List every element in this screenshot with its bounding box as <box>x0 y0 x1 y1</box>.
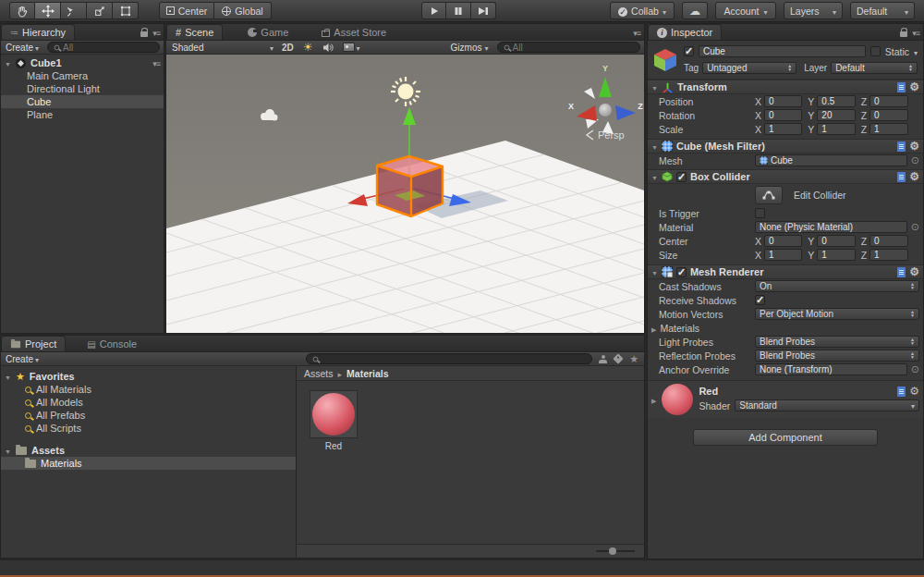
position-y-field[interactable]: 0.5 <box>817 95 855 107</box>
step-button[interactable] <box>471 2 496 19</box>
gear-icon[interactable] <box>909 265 919 278</box>
search-by-label-icon[interactable] <box>613 353 623 363</box>
foldout-icon[interactable] <box>5 57 11 68</box>
tab-asset-store[interactable]: Asset Store <box>313 24 395 40</box>
scene-search-input[interactable]: All <box>497 42 641 53</box>
object-picker-icon[interactable] <box>911 221 919 233</box>
scene-audio-button[interactable] <box>318 41 338 54</box>
size-y-field[interactable]: 1 <box>817 249 855 261</box>
hierarchy-scene-row[interactable]: Cube1 <box>1 56 164 69</box>
scene-effects-button[interactable] <box>338 41 365 54</box>
tab-inspector[interactable]: Inspector <box>648 24 722 40</box>
hierarchy-search-input[interactable]: All <box>47 42 160 53</box>
foldout-icon[interactable] <box>651 171 658 182</box>
scale-y-field[interactable]: 1 <box>817 123 855 135</box>
hierarchy-item-cube[interactable]: Cube <box>1 95 164 108</box>
zoom-slider-handle[interactable] <box>609 547 616 555</box>
motion-vectors-dropdown[interactable]: Per Object Motion <box>755 308 919 320</box>
box-collider-enabled-checkbox[interactable] <box>676 172 687 182</box>
favorite-all-prefabs[interactable]: All Prefabs <box>1 409 296 422</box>
gameobject-name-field[interactable]: Cube <box>699 45 866 57</box>
physic-material-field[interactable]: None (Physic Material) <box>755 221 907 233</box>
light-probes-dropdown[interactable]: Blend Probes <box>755 336 919 348</box>
anchor-override-field[interactable]: None (Transform) <box>755 363 907 375</box>
help-doc-icon[interactable] <box>897 141 906 152</box>
scene-lighting-button[interactable] <box>298 41 318 54</box>
rotation-z-field[interactable]: 0 <box>869 109 908 121</box>
lock-icon[interactable] <box>900 31 907 37</box>
rotate-tool-button[interactable] <box>61 2 87 19</box>
box-collider-header[interactable]: Box Collider <box>648 169 923 184</box>
favorite-all-materials[interactable]: All Materials <box>1 383 296 396</box>
help-doc-icon[interactable] <box>897 82 906 92</box>
toggle-2d-button[interactable]: 2D <box>277 41 298 54</box>
tab-game[interactable]: Game <box>239 24 297 40</box>
help-doc-icon[interactable] <box>897 267 906 277</box>
rotation-y-field[interactable]: 20 <box>817 109 855 121</box>
hierarchy-item-directional-light[interactable]: Directional Light <box>1 82 164 95</box>
foldout-icon[interactable] <box>5 371 11 382</box>
space-toggle-button[interactable]: Global <box>214 2 272 19</box>
asset-item-red[interactable]: Red <box>310 390 358 451</box>
object-picker-icon[interactable] <box>911 363 919 375</box>
layers-dropdown[interactable]: Layers <box>784 2 843 19</box>
hierarchy-item-plane[interactable]: Plane <box>1 108 164 121</box>
active-checkbox[interactable] <box>684 46 694 56</box>
layer-dropdown[interactable]: Default <box>831 62 918 74</box>
foldout-icon[interactable] <box>5 445 11 456</box>
panel-menu-icon[interactable] <box>912 27 919 38</box>
tab-project[interactable]: Project <box>1 336 66 351</box>
add-component-button[interactable]: Add Component <box>693 429 878 446</box>
chevron-down-icon[interactable] <box>914 46 918 57</box>
mesh-object-field[interactable]: Cube <box>755 154 907 166</box>
breadcrumb-root[interactable]: Assets <box>304 368 334 379</box>
project-search-input[interactable] <box>306 353 592 364</box>
position-z-field[interactable]: 0 <box>869 95 908 107</box>
center-z-field[interactable]: 0 <box>869 235 908 247</box>
move-tool-button[interactable] <box>35 2 61 19</box>
size-x-field[interactable]: 1 <box>764 249 802 261</box>
favorite-all-scripts[interactable]: All Scripts <box>1 422 296 435</box>
gizmos-dropdown[interactable]: Gizmos <box>446 41 493 54</box>
pivot-toggle-button[interactable]: Center <box>159 2 214 19</box>
panel-menu-icon[interactable] <box>152 27 160 38</box>
gear-icon[interactable] <box>909 385 919 398</box>
scale-tool-button[interactable] <box>87 2 113 19</box>
rotation-x-field[interactable]: 0 <box>764 109 802 121</box>
foldout-icon[interactable] <box>651 323 656 334</box>
save-search-icon[interactable] <box>629 353 638 365</box>
assets-root-folder[interactable]: Assets <box>1 444 296 457</box>
rect-tool-button[interactable] <box>113 2 139 19</box>
cast-shadows-dropdown[interactable]: On <box>755 280 919 292</box>
reflection-probes-dropdown[interactable]: Blend Probes <box>755 350 919 362</box>
shader-dropdown[interactable]: Standard <box>735 399 919 411</box>
gear-icon[interactable] <box>909 80 919 93</box>
pause-button[interactable] <box>446 2 471 19</box>
panel-menu-icon[interactable] <box>633 27 640 38</box>
collab-button[interactable]: Collab <box>610 2 675 19</box>
scene-viewport[interactable]: Y X Z Persp <box>166 55 644 333</box>
scale-x-field[interactable]: 1 <box>764 123 802 135</box>
play-button[interactable] <box>421 2 446 19</box>
static-checkbox[interactable] <box>870 46 881 56</box>
breadcrumb-current[interactable]: Materials <box>346 368 389 379</box>
center-x-field[interactable]: 0 <box>764 235 802 247</box>
tag-dropdown[interactable]: Untagged <box>702 62 796 74</box>
mesh-renderer-header[interactable]: Mesh Renderer <box>648 264 923 279</box>
hierarchy-create-button[interactable]: Create <box>1 41 43 54</box>
mesh-filter-header[interactable]: Cube (Mesh Filter) <box>648 139 923 153</box>
size-z-field[interactable]: 1 <box>869 249 908 261</box>
account-dropdown[interactable]: Account <box>715 2 776 19</box>
tab-scene[interactable]: Scene <box>166 24 223 40</box>
foldout-icon[interactable] <box>651 141 658 152</box>
scale-z-field[interactable]: 1 <box>869 123 908 135</box>
material-sphere-preview[interactable] <box>662 384 693 415</box>
mesh-renderer-enabled-checkbox[interactable] <box>676 267 687 277</box>
help-doc-icon[interactable] <box>897 387 906 397</box>
edit-collider-button[interactable] <box>755 186 783 204</box>
project-create-button[interactable]: Create <box>1 352 43 365</box>
transform-header[interactable]: Transform <box>648 80 923 94</box>
help-doc-icon[interactable] <box>897 172 906 182</box>
favorites-group[interactable]: Favorites <box>1 370 296 383</box>
foldout-icon[interactable] <box>651 81 658 92</box>
